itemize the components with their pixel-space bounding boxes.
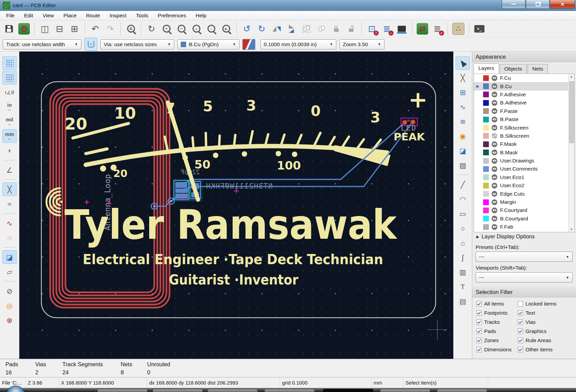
layer-color-swatch[interactable]: [483, 208, 489, 213]
tab-objects[interactable]: Objects: [500, 64, 527, 74]
grid-visibility-icon[interactable]: [2, 56, 17, 70]
layer-row-B.Paste[interactable]: B.Paste: [474, 115, 574, 123]
layer-pair-button[interactable]: [242, 39, 255, 50]
flip-horizontal-icon[interactable]: [270, 22, 284, 36]
menu-route[interactable]: Route: [81, 12, 105, 20]
filter-pads[interactable]: Pads: [476, 328, 518, 334]
layer-row-F.Adhesive[interactable]: F.Adhesive: [474, 91, 574, 99]
checkbox-checked-icon[interactable]: [518, 310, 523, 316]
board-subtitle1-text[interactable]: Electrical Engineer ·Tape Deck Technicia…: [83, 252, 383, 267]
draw-bezier-icon[interactable]: ∫: [456, 251, 470, 264]
filter-vias[interactable]: Vias: [518, 319, 576, 325]
restore-button[interactable]: [526, 0, 550, 9]
lock-icon[interactable]: [329, 22, 343, 36]
layer-row-Edge.Cuts[interactable]: Edge.Cuts: [474, 190, 574, 198]
vu-meter-scale[interactable]: 20 10 7 5 3 0 3 20 50 100: [65, 97, 391, 179]
board-subtitle2-text[interactable]: Guitarist ·Inventor: [169, 272, 298, 288]
visibility-eye-icon[interactable]: [492, 100, 497, 106]
filter-rule-areas[interactable]: Rule Areas: [518, 337, 576, 344]
browse-footprints-icon[interactable]: ≣○: [380, 22, 394, 36]
taskbar-button-5[interactable]: [380, 389, 430, 392]
ratsnest-visibility-icon[interactable]: ╳: [2, 182, 17, 196]
refresh-icon[interactable]: ↻: [144, 22, 159, 36]
layer-row-F.Silkscreen[interactable]: F.Silkscreen: [474, 123, 574, 132]
layer-color-swatch[interactable]: [483, 158, 489, 164]
add-rule-area-icon[interactable]: ▨: [456, 158, 470, 172]
zone-outlines-icon[interactable]: ▱: [2, 265, 17, 278]
layer-color-swatch[interactable]: [483, 125, 489, 131]
board-setup-icon[interactable]: ⚙: [18, 23, 30, 35]
filter-dimensions[interactable]: Dimensions: [476, 347, 518, 353]
add-image-icon[interactable]: ▥: [456, 265, 470, 279]
layer-display-options[interactable]: ▶ Layer Display Options: [472, 232, 576, 241]
visibility-eye-icon[interactable]: [492, 150, 497, 155]
units-mm-icon[interactable]: mm↔: [2, 129, 17, 143]
layer-row-F.Cu[interactable]: F.Cu: [474, 74, 574, 82]
layers-scrollbar[interactable]: ▲ ▼: [568, 74, 574, 232]
visibility-eye-icon[interactable]: [492, 117, 497, 122]
layer-color-swatch[interactable]: [483, 199, 489, 205]
layer-color-swatch[interactable]: [483, 83, 489, 89]
3d-viewer-icon[interactable]: [395, 22, 409, 36]
taskbar-button-3[interactable]: [264, 389, 315, 392]
menu-edit[interactable]: Edit: [19, 12, 38, 20]
filter-tracks[interactable]: Tracks: [476, 319, 518, 325]
redo-icon[interactable]: ↷: [103, 22, 117, 36]
layer-color-swatch[interactable]: [483, 166, 489, 172]
filter-all-items[interactable]: All items: [476, 301, 518, 307]
tab-nets[interactable]: Nets: [528, 64, 548, 74]
layer-color-swatch[interactable]: [483, 117, 489, 122]
checkbox-checked-icon[interactable]: [476, 338, 482, 343]
taskbar-button-1[interactable]: [153, 389, 203, 392]
filter-other-items[interactable]: Other items: [518, 347, 576, 353]
checkbox-checked-icon[interactable]: [476, 329, 482, 334]
net-highlight-icon[interactable]: ∿: [2, 216, 17, 230]
zoom-selection-icon[interactable]: ▸: [219, 22, 233, 36]
angle-45-mode-icon[interactable]: ∠: [2, 163, 17, 177]
menu-place[interactable]: Place: [59, 12, 81, 20]
route-tracks-icon[interactable]: ∿: [456, 100, 470, 114]
taskbar-button-2[interactable]: [207, 389, 258, 392]
zoom-out-icon[interactable]: −: [174, 22, 188, 36]
interactive-router-settings-icon[interactable]: ∴: [452, 23, 464, 35]
add-textbox-icon[interactable]: ▤: [456, 294, 470, 308]
update-pcb-from-schematic-icon[interactable]: ⇄: [417, 23, 428, 35]
zoom-dropdown[interactable]: Zoom 3.50 ▼: [339, 39, 384, 50]
layer-row-User.Comments[interactable]: User.Comments: [474, 165, 574, 173]
windows-taskbar[interactable]: [0, 388, 576, 392]
checkbox-checked-icon[interactable]: [518, 347, 523, 352]
menu-help[interactable]: Help: [191, 12, 211, 20]
checkbox-checked-icon[interactable]: [476, 347, 482, 352]
zoom-fit-icon[interactable]: ▪: [189, 22, 203, 36]
grid-dropdown[interactable]: 0.1000 mm (0.0039 in) ▼: [260, 39, 336, 50]
find-icon[interactable]: A: [124, 22, 138, 36]
rotate-ccw-icon[interactable]: ↺: [240, 22, 254, 36]
active-layer-dropdown[interactable]: B.Cu (PgDn) ▼: [177, 39, 239, 50]
units-mils-icon[interactable]: mil↔: [2, 115, 17, 128]
scroll-up-icon[interactable]: ▲: [569, 74, 574, 79]
draw-rectangle-icon[interactable]: ▭: [456, 207, 470, 220]
menu-tools[interactable]: Tools: [131, 12, 153, 20]
track-posture-toggle[interactable]: =: [84, 38, 97, 51]
minimize-button[interactable]: [502, 0, 525, 9]
filter-zones[interactable]: Zones: [476, 337, 518, 344]
visibility-eye-icon[interactable]: [492, 208, 497, 213]
layer-row-B.Adhesive[interactable]: B.Adhesive: [474, 99, 574, 107]
layer-color-swatch[interactable]: [483, 224, 489, 230]
layer-row-F.Mask[interactable]: F.Mask: [474, 140, 574, 148]
menu-preferences[interactable]: Preferences: [153, 12, 191, 20]
layer-color-swatch[interactable]: [483, 100, 489, 106]
draw-circle-icon[interactable]: ○: [456, 221, 470, 235]
curved-ratsnest-icon[interactable]: ≈: [2, 197, 17, 211]
crosshair-style-icon[interactable]: +: [2, 144, 17, 157]
menu-file[interactable]: File: [1, 12, 19, 20]
layer-row-B.Courtyard[interactable]: B.Courtyard: [474, 215, 574, 223]
track-width-dropdown[interactable]: Track: use netclass width ▼: [3, 39, 81, 50]
layer-row-F.Fab[interactable]: F.Fab: [474, 223, 574, 231]
visibility-eye-icon[interactable]: [492, 216, 497, 221]
layer-row-Margin[interactable]: Margin: [474, 198, 574, 206]
visibility-eye-icon[interactable]: [492, 125, 497, 131]
edit-footprint-icon[interactable]: ⊡/: [365, 22, 379, 36]
page-settings-icon[interactable]: ◫: [38, 22, 52, 36]
taskbar-button-4[interactable]: [323, 389, 373, 392]
